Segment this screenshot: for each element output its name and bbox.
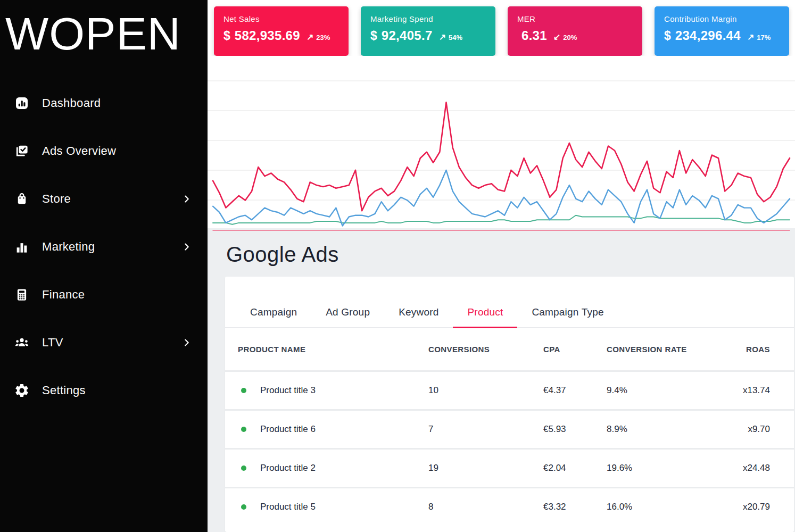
- sidebar-item-label: Finance: [42, 288, 193, 302]
- kpi-label: Marketing Spend: [370, 14, 486, 23]
- status-dot-green: [241, 388, 246, 393]
- metrics-chart-section: [208, 56, 795, 228]
- gear-icon: [13, 382, 30, 399]
- chevron-right-icon: [181, 193, 193, 205]
- conversion-rate-value: 16.0%: [607, 502, 734, 512]
- kpi-card-mer: MER 6.31 ↙ 20%: [508, 6, 642, 56]
- cpa-value: €2.04: [543, 463, 607, 473]
- table-row[interactable]: Product title 2 19 €2.04 19.6% x24.48: [225, 448, 794, 487]
- conversion-rate-value: 19.6%: [607, 463, 734, 473]
- kpi-value: 582,935.69: [235, 28, 300, 43]
- table-row[interactable]: Product title 3 10 €4.37 9.4% x13.74: [225, 370, 794, 409]
- google-ads-section: Google Ads Campaign Ad Group Keyword Pro…: [208, 228, 795, 532]
- sidebar-nav: Dashboard Ads Overview Store Marketing: [0, 79, 208, 414]
- cpa-value: €3.32: [543, 502, 607, 512]
- bar-chart-icon: [13, 238, 30, 255]
- chevron-right-icon: [181, 241, 193, 253]
- dashboard-icon: [13, 95, 30, 112]
- kpi-value: 92,405.7: [382, 28, 433, 43]
- sidebar-item-ltv[interactable]: LTV: [0, 319, 208, 367]
- conversion-rate-value: 9.4%: [607, 385, 734, 396]
- app-logo: WOPEN: [0, 0, 208, 60]
- product-name: Product title 2: [260, 463, 316, 473]
- cpa-value: €4.37: [543, 385, 607, 396]
- sidebar-item-marketing[interactable]: Marketing: [0, 223, 208, 271]
- sidebar: WOPEN Dashboard Ads Overview Store: [0, 0, 208, 532]
- green-line: [213, 215, 790, 225]
- kpi-trend-percent: 23%: [316, 34, 330, 41]
- tab-campaign-type[interactable]: Campaign Type: [517, 300, 618, 328]
- trend-up-arrow-icon: ↗: [307, 32, 313, 42]
- col-header-conversions: CONVERSIONS: [428, 345, 543, 354]
- kpi-label: Contribution Margin: [664, 14, 780, 23]
- kpi-card-marketing-spend: Marketing Spend $ 92,405.7 ↗ 54%: [361, 6, 495, 56]
- sidebar-item-finance[interactable]: Finance: [0, 271, 208, 319]
- trend-down-arrow-icon: ↙: [553, 32, 560, 42]
- conversions-value: 7: [428, 424, 543, 435]
- shopping-bag-icon: [13, 190, 30, 207]
- tab-keyword[interactable]: Keyword: [384, 300, 453, 328]
- tab-ad-group[interactable]: Ad Group: [311, 300, 384, 328]
- product-name: Product title 5: [260, 502, 316, 512]
- kpi-card-strip: Net Sales $ 582,935.69 ↗ 23% Marketing S…: [208, 0, 795, 56]
- sidebar-item-settings[interactable]: Settings: [0, 367, 208, 414]
- google-ads-title: Google Ads: [226, 242, 795, 268]
- status-dot-green: [241, 427, 246, 432]
- trend-up-arrow-icon: ↗: [439, 32, 446, 42]
- sidebar-item-label: Ads Overview: [42, 144, 193, 158]
- roas-value: x13.74: [734, 385, 770, 396]
- sidebar-item-ads-overview[interactable]: Ads Overview: [0, 127, 208, 175]
- sidebar-item-label: Marketing: [42, 240, 181, 254]
- status-dot-green: [241, 504, 246, 510]
- conversions-value: 19: [428, 463, 543, 473]
- table-header-row: PRODUCT NAME CONVERSIONS CPA CONVERSION …: [225, 328, 794, 370]
- col-header-roas: ROAS: [734, 345, 770, 354]
- table-row[interactable]: Product title 6 7 €5.93 8.9% x9.70: [225, 409, 794, 448]
- calculator-icon: [13, 286, 30, 303]
- sidebar-item-label: Settings: [42, 384, 193, 397]
- tab-product[interactable]: Product: [453, 300, 517, 328]
- col-header-conversion-rate: CONVERSION RATE: [607, 345, 734, 354]
- google-ads-tabbar: Campaign Ad Group Keyword Product Campai…: [225, 277, 794, 328]
- currency-symbol: $: [223, 29, 230, 43]
- kpi-trend-percent: 54%: [449, 34, 462, 41]
- people-icon: [13, 334, 30, 351]
- roas-value: x20.79: [734, 502, 770, 512]
- red-line: [213, 102, 790, 211]
- conversions-value: 10: [428, 385, 543, 396]
- trend-up-arrow-icon: ↗: [747, 32, 754, 42]
- ads-overview-icon: [13, 143, 30, 160]
- conversion-rate-value: 8.9%: [607, 424, 734, 435]
- kpi-card-net-sales: Net Sales $ 582,935.69 ↗ 23%: [214, 6, 349, 56]
- sidebar-item-store[interactable]: Store: [0, 175, 208, 223]
- roas-value: x24.48: [734, 463, 770, 473]
- metrics-line-chart: [208, 56, 795, 232]
- sidebar-item-label: Dashboard: [42, 96, 193, 110]
- sidebar-item-label: LTV: [42, 336, 181, 350]
- kpi-value: 6.31: [521, 28, 547, 43]
- kpi-label: Net Sales: [223, 14, 339, 23]
- product-name: Product title 6: [260, 424, 316, 435]
- col-header-cpa: CPA: [543, 345, 607, 354]
- kpi-value: 234,296.44: [675, 28, 741, 43]
- currency-symbol: $: [370, 29, 377, 43]
- col-header-product-name: PRODUCT NAME: [238, 345, 428, 354]
- kpi-card-contribution-margin: Contribution Margin $ 234,296.44 ↗ 17%: [655, 6, 789, 56]
- blue-line: [213, 170, 790, 226]
- kpi-trend-percent: 20%: [563, 34, 577, 41]
- currency-symbol: $: [664, 29, 671, 43]
- tab-campaign[interactable]: Campaign: [236, 300, 311, 328]
- cpa-value: €5.93: [543, 424, 607, 435]
- conversions-value: 8: [428, 502, 543, 512]
- chevron-right-icon: [181, 337, 193, 348]
- roas-value: x9.70: [734, 424, 770, 435]
- table-row[interactable]: Product title 5 8 €3.32 16.0% x20.79: [225, 487, 794, 526]
- kpi-label: MER: [517, 14, 633, 23]
- product-name: Product title 3: [260, 385, 316, 396]
- sidebar-item-label: Store: [42, 192, 181, 206]
- google-ads-card: Campaign Ad Group Keyword Product Campai…: [225, 277, 794, 532]
- kpi-trend-percent: 17%: [757, 34, 771, 41]
- status-dot-green: [241, 466, 246, 471]
- sidebar-item-dashboard[interactable]: Dashboard: [0, 79, 208, 127]
- main-content: Net Sales $ 582,935.69 ↗ 23% Marketing S…: [208, 0, 795, 532]
